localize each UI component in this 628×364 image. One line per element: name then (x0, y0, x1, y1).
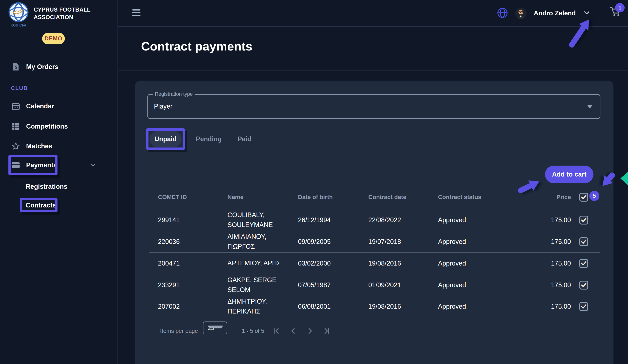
tab-pending[interactable]: Pending (196, 131, 222, 147)
page-size-select[interactable]: 25 (203, 321, 227, 334)
cell-comet-id: 299141 (158, 216, 228, 224)
table-list-icon (12, 123, 20, 130)
registration-type-select[interactable]: Registration type Player (148, 94, 600, 119)
cell-dob: 06/08/2001 (298, 303, 368, 310)
dropdown-caret-icon (208, 325, 223, 328)
add-to-cart-button[interactable]: Add to cart (545, 166, 593, 183)
sidebar-item-calendar[interactable]: Calendar (0, 100, 118, 113)
receipt-icon: $ (12, 63, 20, 71)
cell-price: 175.00 (548, 238, 571, 245)
globe-icon[interactable] (497, 7, 508, 19)
cell-contract-date: 22/08/2022 (368, 216, 438, 224)
table-row: 207002 ΔΗΜΗΤΡΙΟΥ, ΠΕΡΙΚΛΗΣ 06/08/2001 19… (149, 296, 600, 317)
last-page-button[interactable] (323, 327, 331, 335)
demo-badge: DEMO (42, 33, 65, 44)
cart-count-badge: 1 (615, 3, 625, 12)
menu-toggle-button[interactable] (132, 9, 141, 16)
table-row: 233291 GAKPE, SERGE SELOM 07/05/1987 01/… (149, 274, 600, 296)
contracts-table: COMET ID Name Date of birth Contract dat… (149, 185, 600, 317)
cell-price: 175.00 (548, 216, 571, 224)
annotation-arrow-teal (621, 172, 628, 185)
sidebar-item-label: Payments (26, 161, 57, 169)
annotation-arrow-cart (568, 25, 587, 49)
cell-name: ΔΗΜΗΤΡΙΟΥ, ΠΕΡΙΚΛΗΣ (228, 297, 298, 316)
cell-comet-id: 233291 (158, 281, 228, 289)
title-divider (118, 70, 628, 70)
col-header-dob: Date of birth (298, 194, 368, 200)
cell-dob: 03/02/2000 (298, 260, 368, 267)
page-range-label: 1 - 5 of 5 (242, 328, 264, 334)
col-header-name: Name (228, 194, 298, 200)
sidebar-item-payments[interactable]: Payments (0, 159, 118, 172)
tab-paid[interactable]: Paid (237, 131, 251, 147)
cell-contract-status: Approved (438, 281, 548, 289)
row-checkbox[interactable] (579, 259, 588, 268)
topbar-right: Andro Zelend 1 (497, 0, 623, 26)
pagination: Items per page 25 1 - 5 of 5 (135, 323, 614, 339)
items-per-page-label: Items per page (160, 328, 198, 334)
logo-caption: ΚΟΠ CFA (11, 24, 26, 27)
cell-dob: 09/09/2005 (298, 238, 368, 245)
sidebar-item-label: My Orders (26, 63, 58, 71)
cell-name: ΑΙΜΙΛΙΑΝΟΥ, ΓΙΩΡΓΟΣ (228, 232, 298, 251)
table-row: 220036 ΑΙΜΙΛΙΑΝΟΥ, ΓΙΩΡΓΟΣ 09/09/2005 19… (149, 231, 600, 252)
cfa-logo-icon (8, 2, 29, 23)
sidebar-item-my-orders[interactable]: $ My Orders (0, 61, 118, 73)
cell-contract-status: Approved (438, 260, 548, 267)
cell-name: GAKPE, SERGE SELOM (228, 275, 298, 295)
content-card: Registration type Player Unpaid Pending … (135, 81, 614, 364)
table-row: 299141 COULIBALY, SOULEYMANE 26/12/1994 … (149, 209, 600, 231)
cell-contract-date: 19/07/2018 (368, 238, 438, 245)
calendar-icon (12, 102, 20, 110)
col-header-price: Price (548, 194, 571, 200)
cell-contract-date: 19/08/2016 (368, 260, 438, 267)
sidebar-item-label: Contracts (26, 202, 56, 209)
cell-comet-id: 200471 (158, 260, 228, 267)
select-all-checkbox[interactable] (579, 193, 588, 202)
sidebar-item-label: Calendar (26, 103, 54, 110)
cell-dob: 07/05/1987 (298, 281, 368, 289)
cell-contract-date: 19/08/2016 (368, 303, 438, 310)
avatar[interactable] (515, 7, 527, 19)
svg-text:$: $ (15, 65, 17, 69)
cell-contract-status: Approved (438, 303, 548, 310)
user-name: Andro Zelend (534, 9, 576, 17)
cell-comet-id: 220036 (158, 238, 228, 245)
cell-name: ΑΡΤΕΜΙΟΥ, ΑΡΗΣ (228, 258, 298, 268)
cell-comet-id: 207002 (158, 303, 228, 310)
sidebar-section-club: CLUB (11, 85, 28, 92)
cell-contract-status: Approved (438, 216, 548, 224)
sidebar-item-contracts[interactable]: Contracts (0, 199, 118, 212)
col-header-contract-status: Contract status (438, 194, 548, 200)
cell-contract-date: 01/09/2021 (368, 281, 438, 289)
row-checkbox[interactable] (579, 302, 588, 311)
cell-price: 175.00 (548, 260, 571, 267)
tab-unpaid[interactable]: Unpaid (150, 131, 181, 147)
col-header-comet-id: COMET ID (158, 194, 228, 200)
row-checkbox[interactable] (579, 237, 588, 246)
cell-name: COULIBALY, SOULEYMANE (228, 210, 298, 230)
org-name: CYPRUS FOOTBALL ASSOCIATION (34, 6, 90, 21)
registration-type-value: Player (154, 95, 172, 118)
star-icon (12, 142, 20, 150)
chevron-down-icon[interactable] (583, 10, 591, 17)
dropdown-caret-icon (587, 105, 593, 108)
row-checkbox[interactable] (579, 216, 588, 225)
sidebar-item-matches[interactable]: Matches (0, 140, 118, 153)
cell-price: 175.00 (548, 281, 571, 289)
selected-count-badge: 5 (589, 191, 599, 201)
next-page-button[interactable] (306, 327, 314, 335)
cart-button[interactable]: 1 (610, 6, 623, 21)
credit-card-icon (12, 162, 20, 169)
sidebar-item-registrations[interactable]: Registrations (0, 180, 118, 193)
sidebar: ΚΟΠ CFA CYPRUS FOOTBALL ASSOCIATION DEMO… (0, 0, 118, 364)
previous-page-button[interactable] (289, 327, 297, 335)
col-header-contract-date: Contract date (368, 194, 438, 200)
table-row: 200471 ΑΡΤΕΜΙΟΥ, ΑΡΗΣ 03/02/2000 19/08/2… (149, 252, 600, 274)
sidebar-item-competitions[interactable]: Competitions (0, 120, 118, 133)
chevron-down-icon (89, 162, 96, 170)
row-checkbox[interactable] (579, 281, 588, 290)
first-page-button[interactable] (272, 327, 281, 335)
cell-dob: 26/12/1994 (298, 216, 368, 224)
sidebar-divider (6, 51, 101, 51)
